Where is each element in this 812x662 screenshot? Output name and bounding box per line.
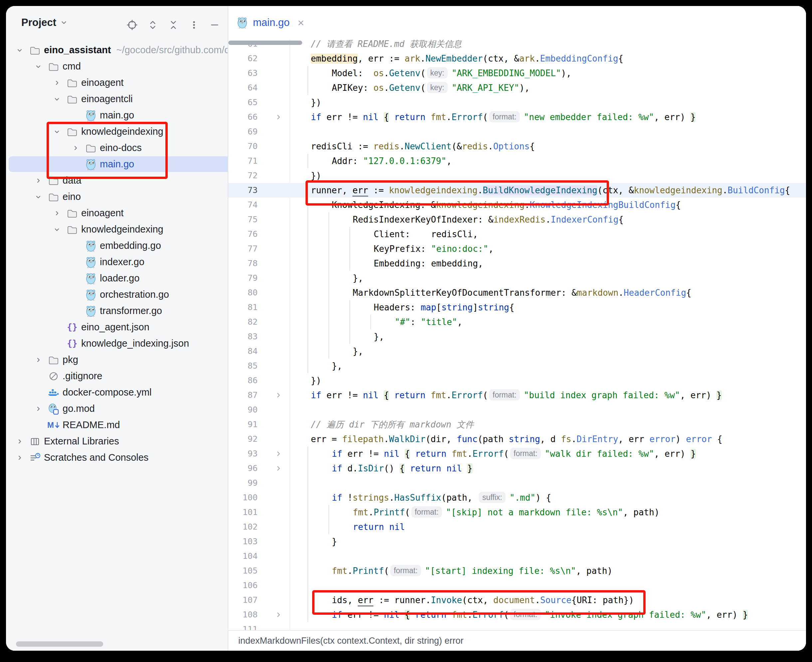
line-number[interactable]: 90 [228, 403, 257, 417]
code-line-77[interactable]: 77KeyPrefix: "eino:doc:", [228, 241, 806, 256]
tab-main-go[interactable]: main.go × [237, 13, 304, 32]
tree-row-einoagent[interactable]: einoagent [6, 205, 228, 221]
close-tab-icon[interactable]: × [297, 17, 304, 28]
code-line-76[interactable]: 76Client: redisCli, [228, 227, 806, 241]
tree-row-cmd[interactable]: cmd [6, 58, 228, 74]
line-number[interactable]: 74 [228, 198, 257, 212]
line-number[interactable]: 81 [228, 300, 257, 315]
tree-row-embedding.go[interactable]: embedding.go [6, 238, 228, 254]
code-line-104[interactable]: 104 [228, 549, 806, 564]
code-line-85[interactable]: 85}, [228, 358, 806, 373]
code-line-111[interactable]: 111 [228, 622, 806, 630]
line-number[interactable]: 62 [228, 51, 257, 66]
line-number[interactable]: 108 [228, 607, 257, 622]
line-number[interactable]: 73 [228, 183, 257, 198]
tree-row-knowledgeindexing[interactable]: knowledgeindexing [6, 221, 228, 238]
line-number[interactable]: 85 [228, 358, 257, 373]
code-line-105[interactable]: 105fmt.Printf(format:"[start] indexing f… [228, 564, 806, 578]
tree-row-knowledgeindexing[interactable]: knowledgeindexing [6, 124, 228, 140]
code-line-62[interactable]: 62embedding, err := ark.NewEmbedder(ctx,… [228, 51, 806, 66]
tree-row-loader.go[interactable]: loader.go [6, 270, 228, 286]
code-line-73[interactable]: 73runner, err := knowledgeindexing.Build… [228, 183, 806, 198]
code-line-96[interactable]: 96if d.IsDir() { return nil } [228, 461, 806, 476]
hide-panel-icon[interactable] [209, 19, 220, 31]
line-number[interactable]: 70 [228, 139, 257, 154]
line-number[interactable]: 91 [228, 417, 257, 432]
tree-row-eino[interactable]: eino [6, 189, 228, 205]
line-number[interactable]: 64 [228, 80, 257, 95]
chevron-right-icon[interactable] [31, 356, 46, 364]
chevron-right-icon[interactable] [31, 177, 46, 185]
tree-row-einoagent[interactable]: einoagent [6, 74, 228, 91]
line-number[interactable]: 99 [228, 476, 257, 490]
code-line-100[interactable]: 100if !strings.HasSuffix(path, suffix:".… [228, 490, 806, 505]
tree-row-pkg[interactable]: pkg [6, 352, 228, 368]
fold-arrow-icon[interactable] [257, 461, 289, 476]
code-line-108[interactable]: 108if err != nil { return fmt.Errorf(for… [228, 607, 806, 622]
code-line-72[interactable]: 72}) [228, 168, 806, 183]
line-number[interactable]: 76 [228, 227, 257, 241]
tree-row-scratches-and-consoles[interactable]: Scratches and Consoles [6, 450, 228, 466]
expand-all-icon[interactable] [147, 19, 158, 31]
chevron-right-icon[interactable] [49, 209, 64, 217]
line-number[interactable]: 102 [228, 520, 257, 534]
line-number[interactable]: 78 [228, 256, 257, 271]
tree-row-docker-compose.yml[interactable]: docker-compose.yml [6, 384, 228, 400]
tree-row-einoagentcli[interactable]: einoagentcli [6, 91, 228, 107]
chevron-right-icon[interactable] [12, 454, 27, 462]
fold-arrow-icon[interactable] [257, 110, 289, 124]
line-number[interactable]: 104 [228, 549, 257, 564]
line-number[interactable]: 101 [228, 505, 257, 520]
code-line-66[interactable]: 66if err != nil { return fmt.Errorf(form… [228, 110, 806, 124]
code-line-93[interactable]: 93if err != nil { return fmt.Errorf(form… [228, 447, 806, 461]
code-line-78[interactable]: 78Embedding: embedding, [228, 256, 806, 271]
code-line-79[interactable]: 79}, [228, 271, 806, 285]
code-line-83[interactable]: 83}, [228, 329, 806, 344]
chevron-down-icon[interactable] [31, 193, 46, 201]
code-line-90[interactable]: 90 [228, 403, 806, 417]
chevron-down-icon[interactable] [49, 95, 64, 103]
tree-row-indexer.go[interactable]: indexer.go [6, 254, 228, 270]
code-line-80[interactable]: 80MarkdownSplitterKeyOfDocumentTransform… [228, 285, 806, 300]
sidebar-horizontal-scrollbar[interactable] [16, 641, 103, 647]
breadcrumb-bar[interactable]: indexMarkdownFiles(ctx context.Context, … [228, 630, 806, 651]
line-number[interactable]: 86 [228, 373, 257, 388]
line-number[interactable]: 77 [228, 241, 257, 256]
line-number[interactable]: 105 [228, 564, 257, 578]
fold-arrow-icon[interactable] [257, 447, 289, 461]
line-number[interactable]: 75 [228, 212, 257, 227]
line-number[interactable]: 83 [228, 329, 257, 344]
line-number[interactable]: 80 [228, 285, 257, 300]
code-viewport[interactable]: 61// 请查看 README.md 获取相关信息62embedding, er… [228, 6, 806, 630]
line-number[interactable]: 100 [228, 490, 257, 505]
chevron-down-icon[interactable] [49, 225, 64, 233]
code-line-74[interactable]: 74KnowledgeIndexing: &knowledgeindexing.… [228, 198, 806, 212]
code-line-101[interactable]: 101fmt.Printf(format:"[skip] not a markd… [228, 505, 806, 520]
line-number[interactable]: 93 [228, 447, 257, 461]
line-number[interactable]: 92 [228, 432, 257, 447]
chevron-down-icon[interactable] [12, 46, 27, 54]
code-line-69[interactable]: 69 [228, 124, 806, 139]
code-line-107[interactable]: 107ids, err := runner.Invoke(ctx, docume… [228, 593, 806, 607]
code-line-102[interactable]: 102return nil [228, 520, 806, 534]
line-number[interactable]: 87 [228, 388, 257, 403]
line-number[interactable]: 65 [228, 95, 257, 110]
line-number[interactable]: 72 [228, 168, 257, 183]
project-panel-title[interactable]: Project [21, 17, 68, 29]
code-line-92[interactable]: 92err = filepath.WalkDir(dir, func(path … [228, 432, 806, 447]
fold-arrow-icon[interactable] [257, 388, 289, 403]
line-number[interactable]: 84 [228, 344, 257, 358]
chevron-down-icon[interactable] [49, 128, 64, 136]
tree-row-data[interactable]: data [6, 172, 228, 189]
line-number[interactable]: 69 [228, 124, 257, 139]
code-line-87[interactable]: 87if err != nil { return fmt.Errorf(form… [228, 388, 806, 403]
chevron-right-icon[interactable] [12, 437, 27, 445]
line-number[interactable]: 107 [228, 593, 257, 607]
line-number[interactable]: 71 [228, 154, 257, 168]
tree-row-main.go[interactable]: main.go [6, 107, 228, 124]
line-number[interactable]: 63 [228, 66, 257, 80]
tree-row-readme.md[interactable]: MREADME.md [6, 417, 228, 433]
line-number[interactable]: 66 [228, 110, 257, 124]
fold-arrow-icon[interactable] [257, 607, 289, 622]
code-line-75[interactable]: 75RedisIndexerKeyOfIndexer: &indexRedis.… [228, 212, 806, 227]
